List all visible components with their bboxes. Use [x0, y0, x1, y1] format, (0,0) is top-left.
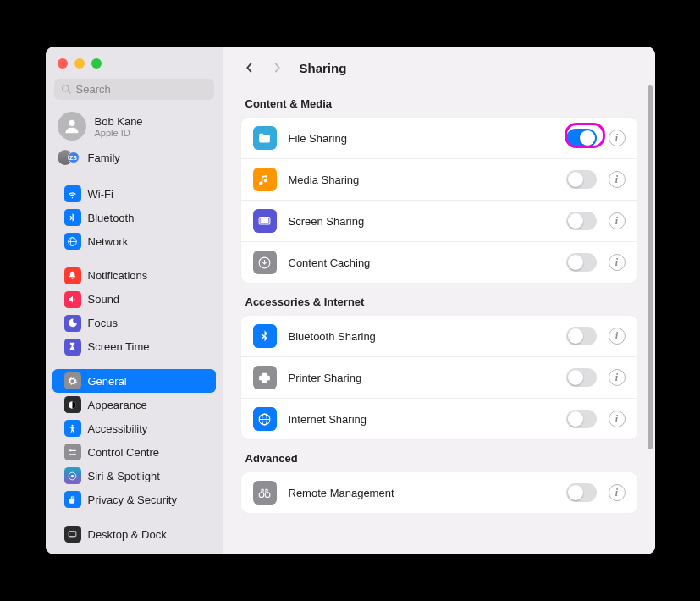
- page-title: Sharing: [300, 61, 347, 75]
- accessibility-icon: [64, 420, 81, 437]
- section-title: Content & Media: [223, 85, 655, 117]
- toggle-content-caching[interactable]: [566, 253, 597, 272]
- info-button-bluetooth-sharing[interactable]: i: [609, 328, 626, 345]
- sidebar-item-label: Network: [88, 235, 129, 248]
- sidebar-item-focus[interactable]: Focus: [52, 312, 216, 335]
- avatar-icon: [58, 112, 86, 141]
- sidebar-item-apple-id[interactable]: Bob Kane Apple ID: [46, 108, 223, 144]
- svg-point-22: [259, 492, 264, 497]
- toggle-bluetooth-sharing[interactable]: [566, 327, 597, 345]
- bluetooth-icon: [64, 209, 81, 226]
- toggle-internet-sharing[interactable]: [566, 410, 597, 428]
- sidebar-item-label: Siri & Spotlight: [88, 470, 160, 482]
- info-button-internet-sharing[interactable]: i: [609, 411, 626, 427]
- sidebar-item-label: General: [88, 375, 127, 388]
- forward-button[interactable]: [267, 58, 286, 77]
- sidebar-item-family[interactable]: ZS Family: [46, 144, 223, 171]
- sidebar-item-wi-fi[interactable]: Wi-Fi: [52, 182, 216, 206]
- sidebar-item-privacy-security[interactable]: Privacy & Security: [52, 488, 216, 511]
- hand-icon: [64, 491, 81, 508]
- appearance-icon: [64, 396, 81, 413]
- info-button-media-sharing[interactable]: i: [609, 171, 626, 188]
- sidebar-item-label: Screen Time: [88, 340, 150, 353]
- controls-icon: [64, 444, 81, 460]
- toggle-screen-sharing[interactable]: [566, 212, 597, 230]
- sidebar-item-network[interactable]: Network: [52, 229, 216, 253]
- sidebar-item-label: Sound: [88, 293, 120, 306]
- row-bluetooth-sharing: Bluetooth Sharing i: [241, 316, 637, 356]
- gear-icon: [64, 372, 81, 389]
- row-internet-sharing: Internet Sharing i: [241, 398, 637, 439]
- hourglass-icon: [64, 339, 81, 356]
- info-button-printer-sharing[interactable]: i: [609, 369, 626, 386]
- toggle-file-sharing[interactable]: [566, 129, 597, 147]
- sidebar-item-sound[interactable]: Sound: [52, 288, 216, 312]
- sidebar-item-bluetooth[interactable]: Bluetooth: [52, 206, 216, 229]
- sidebar-item-accessibility[interactable]: Accessibility: [52, 416, 216, 440]
- folder-icon: [253, 126, 277, 150]
- sidebar: Search Bob Kane Apple ID ZS Family Wi-Fi…: [46, 47, 223, 554]
- sidebar-item-desktop-dock[interactable]: Desktop & Dock: [52, 522, 216, 546]
- window-controls: [46, 55, 223, 79]
- bell-icon: [64, 267, 81, 284]
- minimize-window-button[interactable]: [74, 58, 85, 69]
- svg-point-23: [265, 492, 270, 497]
- sidebar-item-label: Accessibility: [88, 422, 148, 435]
- section-title: Advanced: [223, 440, 655, 471]
- fullscreen-window-button[interactable]: [91, 58, 102, 69]
- toggle-remote-management[interactable]: [566, 483, 597, 502]
- printer-icon: [253, 366, 277, 389]
- sidebar-item-siri-spotlight[interactable]: Siri & Spotlight: [52, 464, 216, 488]
- screen-icon: [253, 209, 277, 233]
- toggle-printer-sharing[interactable]: [566, 368, 597, 387]
- row-label: Media Sharing: [289, 174, 554, 186]
- panel: Bluetooth Sharing i Printer Sharing i In…: [240, 315, 638, 440]
- sidebar-item-appearance[interactable]: Appearance: [52, 393, 216, 416]
- row-label: File Sharing: [289, 132, 554, 145]
- close-window-button[interactable]: [58, 58, 68, 69]
- search-icon: [61, 84, 72, 95]
- bluetooth-icon: [253, 324, 277, 348]
- sidebar-item-control-centre[interactable]: Control Centre: [52, 440, 216, 464]
- user-sub: Apple ID: [95, 128, 143, 138]
- info-button-file-sharing[interactable]: i: [609, 130, 626, 146]
- family-icon: ZS: [58, 149, 80, 166]
- download-icon: [253, 251, 277, 274]
- content-pane: Sharing Content & Media File Sharing i M…: [223, 47, 655, 554]
- settings-window: Search Bob Kane Apple ID ZS Family Wi-Fi…: [46, 47, 655, 554]
- row-label: Bluetooth Sharing: [289, 330, 554, 343]
- globe-icon: [253, 407, 277, 431]
- sidebar-item-label: Privacy & Security: [88, 493, 177, 506]
- user-name: Bob Kane: [95, 115, 143, 128]
- info-button-remote-management[interactable]: i: [609, 484, 626, 501]
- sidebar-item-screen-time[interactable]: Screen Time: [52, 335, 216, 359]
- speaker-icon: [64, 291, 81, 308]
- panel: File Sharing i Media Sharing i Screen Sh…: [240, 117, 638, 284]
- row-remote-management: Remote Management i: [241, 472, 637, 513]
- sidebar-item-notifications[interactable]: Notifications: [52, 264, 216, 288]
- back-button[interactable]: [240, 58, 259, 77]
- svg-point-2: [69, 120, 74, 126]
- svg-rect-17: [261, 218, 269, 223]
- section-title: Accessories & Internet: [223, 284, 655, 315]
- family-label: Family: [88, 152, 120, 164]
- toggle-media-sharing[interactable]: [566, 170, 597, 189]
- row-label: Content Caching: [289, 256, 554, 269]
- panel: Remote Management i: [240, 471, 638, 514]
- scrollbar[interactable]: [648, 85, 653, 449]
- svg-point-7: [71, 424, 73, 426]
- svg-rect-14: [69, 531, 76, 536]
- search-input[interactable]: Search: [54, 79, 214, 100]
- binoculars-icon: [253, 481, 277, 505]
- sidebar-item-general[interactable]: General: [52, 369, 216, 393]
- music-icon: [253, 168, 277, 191]
- info-button-content-caching[interactable]: i: [609, 254, 626, 271]
- sidebar-item-label: Notifications: [88, 269, 148, 282]
- search-placeholder: Search: [76, 83, 111, 96]
- info-button-screen-sharing[interactable]: i: [609, 212, 626, 229]
- sidebar-item-label: Control Centre: [88, 446, 160, 459]
- svg-point-0: [62, 85, 68, 91]
- siri-icon: [64, 467, 81, 484]
- row-content-caching: Content Caching i: [241, 241, 637, 283]
- svg-rect-15: [69, 537, 75, 538]
